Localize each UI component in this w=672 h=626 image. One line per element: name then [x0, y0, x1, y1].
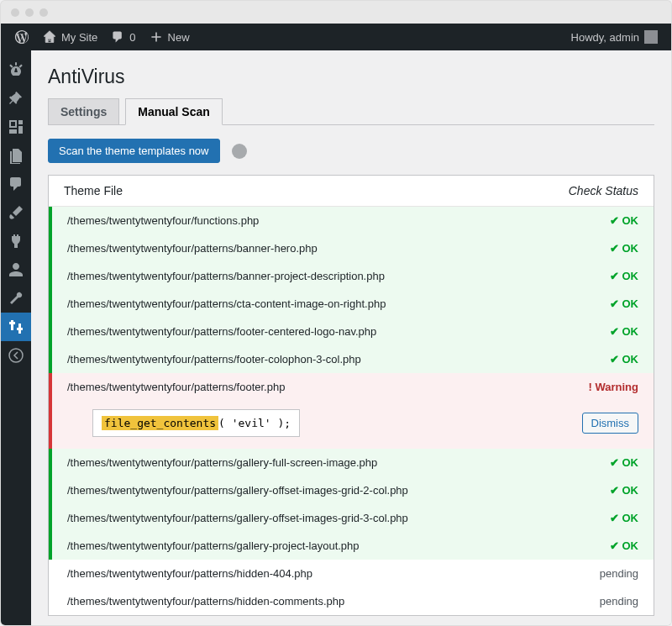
- brush-icon: [8, 204, 24, 221]
- spinner-icon: [232, 144, 247, 159]
- file-row: /themes/twentytwentyfour/patterns/cta-co…: [49, 290, 654, 318]
- greeting-text: Howdy, admin: [571, 31, 639, 44]
- menu-item-sliders[interactable]: [1, 313, 31, 341]
- plus-icon: [150, 30, 163, 44]
- file-status: ✔ OK: [610, 456, 638, 469]
- file-status: ✔ OK: [610, 484, 638, 497]
- file-path: /themes/twentytwentyfour/patterns/hidden…: [67, 595, 344, 608]
- file-path: /themes/twentytwentyfour/patterns/cta-co…: [67, 297, 386, 310]
- avatar-icon: [644, 30, 658, 44]
- pin-icon: [8, 90, 24, 107]
- column-status-header: Check Status: [569, 184, 638, 197]
- file-status: ✔ OK: [610, 214, 638, 227]
- file-row: /themes/twentytwentyfour/patterns/footer…: [49, 318, 654, 345]
- users-icon: [8, 261, 24, 278]
- tools-icon: [8, 290, 24, 307]
- tab-manual-scan[interactable]: Manual Scan: [125, 98, 223, 125]
- file-status: pending: [600, 567, 638, 580]
- menu-item-brush[interactable]: [1, 198, 31, 227]
- file-row: /themes/twentytwentyfour/patterns/banner…: [49, 262, 654, 290]
- wp-logo-menu[interactable]: [8, 24, 36, 50]
- new-label: New: [168, 31, 190, 44]
- svg-point-4: [9, 349, 23, 362]
- tab-settings[interactable]: Settings: [48, 98, 119, 124]
- pages-icon: [8, 147, 24, 164]
- file-row: /themes/twentytwentyfour/patterns/footer…: [49, 345, 654, 373]
- dismiss-button[interactable]: Dismiss: [582, 413, 639, 434]
- menu-item-tools[interactable]: [1, 284, 31, 313]
- tab-navigation: SettingsManual Scan: [48, 98, 654, 125]
- file-path: /themes/twentytwentyfour/patterns/hidden…: [67, 567, 312, 580]
- file-status: ✔ OK: [610, 353, 638, 366]
- file-row: /themes/twentytwentyfour/patterns/galler…: [49, 449, 654, 476]
- file-path: /themes/twentytwentyfour/patterns/galler…: [67, 456, 377, 469]
- file-row: /themes/twentytwentyfour/patterns/galler…: [49, 504, 654, 532]
- account-menu[interactable]: Howdy, admin: [564, 24, 664, 50]
- file-status: pending: [600, 595, 638, 608]
- menu-item-dashboard[interactable]: [1, 55, 31, 84]
- sliders-icon: [8, 318, 24, 335]
- column-file-header: Theme File: [64, 184, 123, 197]
- chrome-dot: [11, 8, 19, 17]
- site-name-label: My Site: [61, 31, 97, 44]
- file-status: ✔ OK: [610, 297, 638, 310]
- file-path: /themes/twentytwentyfour/patterns/footer…: [67, 353, 361, 366]
- code-snippet: file_get_contents( 'evil' );: [92, 409, 300, 437]
- dashboard-icon: [8, 61, 24, 78]
- svg-rect-3: [18, 324, 21, 334]
- file-status: ✔ OK: [610, 270, 638, 282]
- file-status: ! Warning: [589, 381, 638, 393]
- scan-button[interactable]: Scan the theme templates now: [48, 139, 220, 163]
- chrome-dot: [25, 8, 34, 17]
- comment-icon: [8, 176, 24, 192]
- file-row: /themes/twentytwentyfour/functions.php✔ …: [49, 207, 654, 234]
- file-path: /themes/twentytwentyfour/patterns/galler…: [67, 539, 360, 552]
- file-path: /themes/twentytwentyfour/patterns/footer…: [67, 381, 285, 393]
- menu-item-pin[interactable]: [1, 84, 31, 113]
- file-status: ✔ OK: [610, 512, 638, 524]
- menu-item-pages[interactable]: [1, 141, 31, 170]
- file-path: /themes/twentytwentyfour/patterns/galler…: [67, 484, 408, 497]
- file-row: /themes/twentytwentyfour/patterns/hidden…: [49, 560, 654, 587]
- site-name-menu[interactable]: My Site: [36, 24, 104, 50]
- file-path: /themes/twentytwentyfour/patterns/banner…: [67, 270, 385, 282]
- file-status: ✔ OK: [610, 539, 638, 552]
- menu-item-media[interactable]: [1, 113, 31, 141]
- comment-icon: [111, 30, 124, 44]
- file-row: /themes/twentytwentyfour/patterns/banner…: [49, 234, 654, 262]
- file-path: /themes/twentytwentyfour/functions.php: [67, 214, 259, 227]
- file-path: /themes/twentytwentyfour/patterns/galler…: [67, 512, 408, 524]
- page-title: AntiVirus: [48, 66, 654, 88]
- chrome-dot: [39, 8, 48, 17]
- comments-count: 0: [129, 31, 135, 44]
- home-icon: [43, 30, 56, 44]
- file-path: /themes/twentytwentyfour/patterns/banner…: [67, 242, 318, 255]
- menu-item-users[interactable]: [1, 255, 31, 284]
- wordpress-icon: [14, 29, 29, 45]
- file-row: /themes/twentytwentyfour/patterns/footer…: [49, 373, 654, 401]
- file-status: ✔ OK: [610, 242, 638, 255]
- admin-sidebar: [1, 50, 31, 625]
- file-row: /themes/twentytwentyfour/patterns/hidden…: [49, 587, 654, 615]
- menu-item-comment[interactable]: [1, 170, 31, 198]
- comments-menu[interactable]: 0: [104, 24, 142, 50]
- new-content-menu[interactable]: New: [143, 24, 197, 50]
- svg-rect-1: [11, 320, 13, 330]
- plugins-icon: [8, 233, 24, 250]
- wp-admin-bar: My Site 0 New Howdy, admin: [1, 24, 671, 50]
- menu-item-collapse[interactable]: [1, 341, 31, 370]
- main-content: AntiVirus SettingsManual Scan Scan the t…: [31, 50, 671, 625]
- file-row: /themes/twentytwentyfour/patterns/galler…: [49, 532, 654, 560]
- browser-chrome: [0, 0, 672, 24]
- menu-item-plugins[interactable]: [1, 227, 31, 255]
- media-icon: [8, 118, 24, 135]
- results-table: Theme File Check Status /themes/twentytw…: [48, 175, 654, 616]
- collapse-icon: [8, 347, 24, 364]
- file-path: /themes/twentytwentyfour/patterns/footer…: [67, 325, 376, 338]
- file-status: ✔ OK: [610, 325, 638, 338]
- results-header: Theme File Check Status: [49, 176, 654, 207]
- warning-detail: file_get_contents( 'evil' );Dismiss: [49, 401, 654, 449]
- file-row: /themes/twentytwentyfour/patterns/galler…: [49, 476, 654, 504]
